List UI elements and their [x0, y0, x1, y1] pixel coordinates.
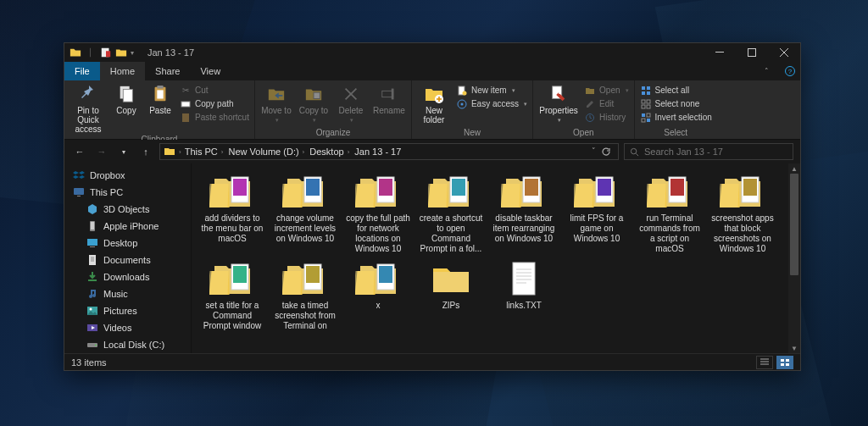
history-button[interactable]: History	[584, 111, 628, 124]
file-item-label: links.TXT	[506, 301, 542, 311]
copy-button[interactable]: Copy	[112, 82, 141, 115]
tab-share[interactable]: Share	[145, 62, 190, 80]
paste-shortcut-icon	[180, 112, 192, 124]
minimize-button[interactable]	[704, 43, 736, 62]
sidebar-item-label: This PC	[90, 187, 123, 197]
folder-icon	[354, 172, 402, 211]
breadcrumb[interactable]: Jan 13 - 17	[353, 147, 403, 157]
close-button[interactable]	[768, 43, 800, 62]
rename-icon	[379, 84, 399, 104]
qat-properties-icon[interactable]	[100, 47, 112, 58]
svg-rect-84	[379, 266, 392, 283]
sidebar-item-this-pc[interactable]: This PC	[64, 184, 191, 201]
sidebar-item-desktop[interactable]: Desktop	[64, 235, 191, 252]
breadcrumb[interactable]: Desktop›	[308, 147, 351, 157]
scroll-down-icon[interactable]: ▼	[788, 343, 800, 353]
search-input[interactable]	[644, 147, 787, 157]
file-item[interactable]: change volume increment levels on Window…	[271, 172, 339, 254]
content-pane[interactable]: add dividers to the menu bar on macOScha…	[192, 163, 800, 353]
open-button[interactable]: Open▾	[584, 84, 628, 97]
file-item[interactable]: set a title for a Command Prompt window	[198, 259, 266, 331]
status-item-count: 13 items	[71, 357, 107, 368]
address-bar[interactable]: ›This PC› New Volume (D:)› Desktop› Jan …	[159, 143, 619, 160]
qat-new-folder-icon[interactable]	[115, 47, 127, 58]
delete-button[interactable]: Delete▾	[335, 82, 367, 124]
file-item[interactable]: add dividers to the menu bar on macOS	[198, 172, 266, 254]
tab-view[interactable]: View	[190, 62, 231, 80]
file-item[interactable]: create a shortcut to open Command Prompt…	[417, 172, 485, 254]
paste-button[interactable]: Paste	[146, 82, 175, 115]
easy-access-button[interactable]: Easy access▾	[456, 97, 527, 110]
edit-icon	[584, 98, 596, 110]
vertical-scrollbar[interactable]: ▲ ▼	[788, 163, 800, 353]
sidebar-item-music[interactable]: Music	[64, 285, 191, 302]
copy-path-button[interactable]: Copy path	[180, 97, 249, 110]
properties-button[interactable]: Properties▾	[538, 82, 579, 124]
doc-icon	[86, 254, 98, 266]
move-to-button[interactable]: Move to▾	[260, 82, 292, 124]
up-button[interactable]: ↑	[137, 143, 154, 160]
details-view-button[interactable]	[756, 356, 773, 369]
help-icon[interactable]: ?	[780, 62, 800, 80]
tab-file[interactable]: File	[64, 62, 100, 80]
file-item[interactable]: links.TXT	[490, 259, 558, 331]
invert-selection-button[interactable]: Invert selection	[640, 111, 712, 124]
select-none-icon	[640, 98, 652, 110]
phone-icon	[86, 220, 98, 232]
sidebar-item-label: Documents	[103, 255, 151, 265]
sidebar-item-downloads[interactable]: Downloads	[64, 268, 191, 285]
file-item[interactable]: run Terminal commands from a script on m…	[636, 172, 704, 254]
large-icons-view-button[interactable]	[776, 356, 793, 369]
refresh-icon[interactable]	[601, 147, 611, 157]
copy-to-button[interactable]: Copy to▾	[298, 82, 330, 124]
forward-button[interactable]: →	[93, 143, 110, 160]
file-item[interactable]: limit FPS for a game on Windows 10	[563, 172, 631, 254]
sidebar-item-apple-iphone[interactable]: Apple iPhone	[64, 218, 191, 235]
sidebar-item-3d-objects[interactable]: 3D Objects	[64, 201, 191, 218]
sidebar-item-dropbox[interactable]: Dropbox	[64, 167, 191, 184]
navigation-pane[interactable]: DropboxThis PC3D ObjectsApple iPhoneDesk…	[64, 163, 192, 353]
cut-button[interactable]: ✂Cut	[180, 84, 249, 97]
select-all-button[interactable]: Select all	[640, 84, 712, 97]
sidebar-item-local-disk-c-[interactable]: Local Disk (C:)	[64, 336, 191, 353]
svg-rect-26	[647, 86, 650, 90]
pin-to-quick-access-button[interactable]: Pin to Quick access	[70, 82, 107, 134]
file-item[interactable]: screenshot apps that block screenshots o…	[709, 172, 776, 254]
file-item[interactable]: copy the full path for network locations…	[344, 172, 412, 254]
svg-rect-39	[77, 196, 81, 196]
edit-button[interactable]: Edit	[584, 97, 628, 110]
scroll-thumb[interactable]	[790, 174, 798, 275]
download-icon	[86, 271, 98, 283]
sidebar-item-pictures[interactable]: Pictures	[64, 302, 191, 319]
ribbon-collapse-icon[interactable]: ˄	[756, 62, 776, 80]
qat-divider-icon	[85, 47, 97, 58]
address-dropdown-icon[interactable]: ˅	[592, 147, 596, 157]
recent-locations-button[interactable]: ▾	[115, 143, 132, 160]
sidebar-item-documents[interactable]: Documents	[64, 252, 191, 268]
scroll-up-icon[interactable]: ▲	[788, 163, 800, 174]
file-item[interactable]: ZIPs	[417, 259, 485, 331]
rename-button[interactable]: Rename	[372, 82, 406, 115]
search-box[interactable]	[624, 143, 793, 160]
back-button[interactable]: ←	[71, 143, 88, 160]
new-item-button[interactable]: New item▾	[456, 84, 527, 97]
new-folder-button[interactable]: New folder	[417, 82, 451, 124]
file-item[interactable]: x	[344, 259, 412, 331]
file-item[interactable]: disable taskbar item rearranging on Wind…	[490, 172, 558, 254]
folder-icon	[427, 172, 475, 211]
breadcrumb[interactable]: New Volume (D:)›	[226, 147, 306, 157]
breadcrumb[interactable]: ›This PC›	[177, 147, 225, 157]
file-item-label: limit FPS for a game on Windows 10	[563, 213, 631, 244]
maximize-button[interactable]	[736, 43, 768, 62]
folder-icon	[281, 259, 329, 298]
group-label-select: Select	[640, 127, 712, 139]
svg-point-47	[90, 308, 92, 311]
select-none-button[interactable]: Select none	[640, 97, 712, 110]
ribbon-group-organize: Move to▾ Copy to▾ Delete▾ Rename Organiz…	[255, 80, 412, 139]
sidebar-item-videos[interactable]: Videos	[64, 319, 191, 336]
svg-rect-31	[642, 105, 645, 108]
file-item[interactable]: take a timed screenshot from Terminal on	[271, 259, 339, 331]
tab-home[interactable]: Home	[100, 62, 145, 80]
qat-dropdown-icon[interactable]: ▾	[131, 49, 134, 57]
paste-shortcut-button[interactable]: Paste shortcut	[180, 111, 249, 124]
